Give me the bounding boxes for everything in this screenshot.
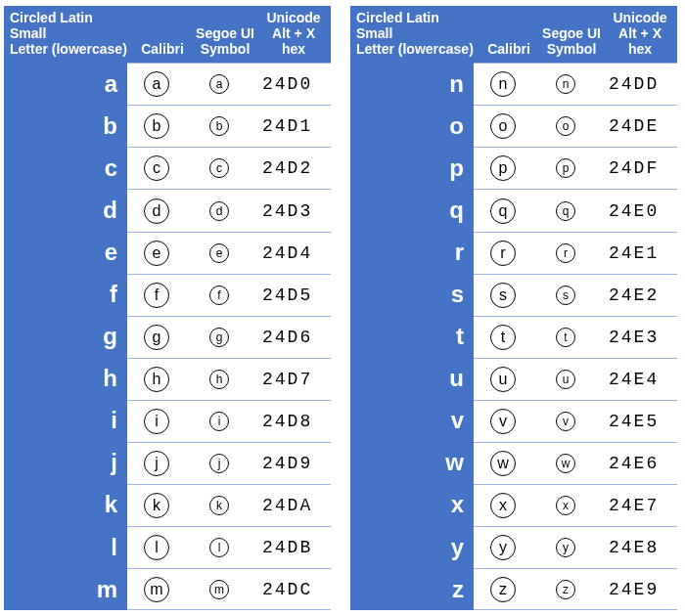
segoe-glyph: g [186, 328, 252, 347]
calibri-glyph: g [127, 325, 186, 350]
circled-letter-icon: o [490, 113, 516, 139]
table-row: www24E6 [350, 442, 677, 484]
calibri-glyph: l [127, 535, 186, 560]
circled-letter-icon: e [209, 243, 229, 263]
table-row: lll24DB [4, 526, 331, 568]
circled-letter-icon: j [144, 451, 169, 476]
hex-code: 24E3 [599, 328, 677, 347]
calibri-glyph: n [474, 71, 532, 97]
calibri-glyph: f [127, 283, 186, 308]
row-data: dd24D3 [127, 189, 331, 231]
circled-letter-icon: f [209, 286, 229, 305]
circled-letter-icon: y [556, 538, 575, 557]
segoe-glyph: y [532, 538, 599, 557]
circled-letter-icon: h [144, 367, 169, 392]
calibri-glyph: e [127, 241, 186, 266]
circled-letter-icon: g [144, 325, 169, 350]
table-row: uuu24E4 [350, 358, 677, 400]
row-data: bb24D1 [127, 105, 331, 147]
hex-code: 24DE [599, 116, 677, 136]
row-letter: n [350, 63, 474, 105]
calibri-glyph: o [474, 113, 532, 139]
row-data: mm24DC [127, 568, 331, 610]
calibri-glyph: r [474, 241, 532, 266]
calibri-glyph: v [474, 409, 532, 434]
row-letter: h [4, 358, 127, 400]
table-row: rrr24E1 [350, 232, 677, 274]
segoe-glyph: q [532, 201, 599, 221]
table-row: bbb24D1 [4, 105, 331, 147]
row-data: pp24DF [474, 147, 677, 189]
circled-letter-icon: j [209, 454, 229, 473]
row-data: aa24D0 [127, 63, 331, 105]
row-letter: s [350, 274, 474, 316]
row-data: rr24E1 [474, 232, 677, 274]
row-data: nn24DD [474, 63, 677, 105]
calibri-glyph: b [127, 113, 186, 139]
rows-left: aaa24D0bbb24D1ccc24D2ddd24D3eee24D4fff24… [4, 63, 331, 610]
circled-letter-icon: r [556, 243, 575, 263]
hex-code: 24E5 [599, 412, 677, 431]
segoe-glyph: m [186, 580, 252, 599]
row-letter: g [4, 316, 127, 358]
calibri-glyph: y [474, 535, 532, 560]
table-row: nnn24DD [350, 63, 677, 105]
circled-letter-icon: b [144, 113, 169, 139]
circled-letter-icon: f [144, 283, 169, 308]
hex-code: 24DA [252, 496, 331, 515]
segoe-glyph: a [186, 74, 252, 94]
segoe-glyph: v [532, 412, 599, 431]
row-data: zz24E9 [474, 568, 677, 610]
hex-code: 24E4 [599, 370, 677, 389]
table-row: vvv24E5 [350, 400, 677, 442]
segoe-glyph: f [186, 286, 252, 305]
calibri-glyph: j [127, 451, 186, 476]
row-letter: t [350, 316, 474, 358]
hex-code: 24D5 [252, 286, 331, 305]
row-data: tt24E3 [474, 316, 677, 358]
circled-letter-icon: e [144, 241, 169, 266]
circled-letter-icon: l [144, 535, 169, 560]
hex-code: 24E9 [599, 580, 677, 599]
row-letter: j [4, 442, 127, 484]
calibri-glyph: d [127, 198, 186, 224]
table-row: jjj24D9 [4, 442, 331, 484]
circled-letter-icon: x [490, 493, 516, 518]
row-data: oo24DE [474, 105, 677, 147]
table-row: iii24D8 [4, 400, 331, 442]
calibri-glyph: k [127, 493, 186, 518]
header-letter: Circled Latin Small Letter (lowercase) [6, 10, 133, 57]
circled-letter-icon: a [144, 71, 169, 97]
row-letter: p [350, 147, 474, 189]
hex-code: 24DC [252, 580, 331, 599]
row-data: ll24DB [127, 526, 331, 568]
hex-code: 24E7 [599, 496, 677, 515]
segoe-glyph: s [532, 286, 599, 305]
calibri-glyph: z [474, 577, 532, 602]
segoe-glyph: o [532, 116, 599, 136]
reference-table: Circled Latin Small Letter (lowercase) C… [0, 0, 685, 616]
table-row: ddd24D3 [4, 189, 331, 231]
hex-code: 24D7 [252, 370, 331, 389]
hex-code: 24E0 [599, 201, 677, 221]
circled-letter-icon: m [209, 580, 229, 599]
calibri-glyph: a [127, 71, 186, 97]
header-calibri: Calibri [133, 10, 192, 57]
row-letter: m [4, 568, 127, 610]
segoe-glyph: r [532, 243, 599, 263]
row-letter: o [350, 105, 474, 147]
row-data: xx24E7 [474, 484, 677, 526]
table-row: ppp24DF [350, 147, 677, 189]
table-row: hhh24D7 [4, 358, 331, 400]
circled-letter-icon: n [556, 74, 575, 94]
circled-letter-icon: q [490, 198, 516, 224]
row-data: kk24DA [127, 484, 331, 526]
rows-right: nnn24DDooo24DEppp24DFqqq24E0rrr24E1sss24… [350, 63, 677, 610]
row-letter: v [350, 400, 474, 442]
table-row: kkk24DA [4, 484, 331, 526]
table-row: ggg24D6 [4, 316, 331, 358]
table-row: zzz24E9 [350, 568, 677, 610]
calibri-glyph: u [474, 367, 532, 392]
calibri-glyph: t [474, 325, 532, 350]
hex-code: 24D2 [252, 158, 331, 178]
